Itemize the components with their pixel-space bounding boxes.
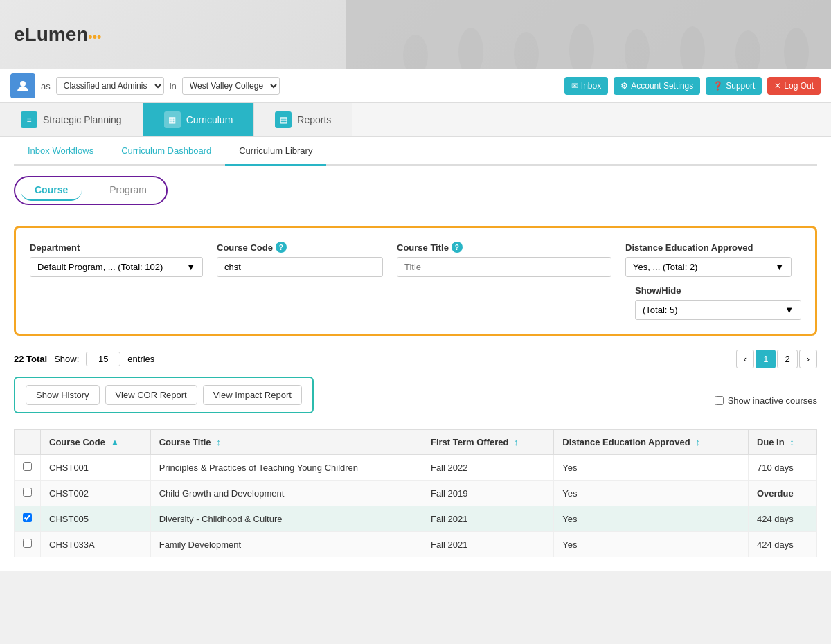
- svg-point-1: [403, 35, 428, 69]
- table-row: CHST001Principles & Practices of Teachin…: [15, 455, 817, 481]
- table-row: CHST005Diversity - Childhood & CultureFa…: [15, 506, 817, 532]
- tab-curriculum-library[interactable]: Curriculum Library: [225, 137, 326, 166]
- row-de-approved: Yes: [554, 481, 749, 506]
- inactive-courses-checkbox[interactable]: [715, 396, 724, 405]
- data-table: Course Code ▲ Course Title ↕ First Term …: [14, 429, 817, 557]
- view-cor-report-button[interactable]: View COR Report: [105, 385, 197, 405]
- show-hide-label: Show/Hide: [635, 285, 801, 296]
- row-first-term: Fall 2019: [422, 481, 553, 506]
- row-course-code: CHST001: [41, 455, 151, 481]
- view-impact-report-button[interactable]: View Impact Report: [203, 385, 302, 405]
- banner-decoration: [346, 0, 831, 69]
- svg-rect-0: [346, 0, 831, 69]
- th-de-approved[interactable]: Distance Education Approved ↕: [554, 430, 749, 455]
- de-filter: Distance Education Approved Yes, ... (To…: [625, 242, 792, 277]
- course-title-input[interactable]: [397, 257, 611, 277]
- svg-point-2: [458, 28, 483, 69]
- logo-dots: •••: [88, 30, 101, 44]
- action-bar: Show History View COR Report View Impact…: [14, 377, 314, 413]
- row-de-approved: Yes: [554, 506, 749, 532]
- account-settings-button[interactable]: ⚙ Account Settings: [614, 77, 700, 95]
- svg-point-4: [569, 24, 594, 69]
- chevron-down-icon: ▼: [186, 262, 195, 272]
- svg-point-3: [514, 32, 539, 69]
- course-code-filter: Course Code ?: [217, 242, 383, 277]
- row-checkbox[interactable]: [23, 513, 32, 522]
- row-de-approved: Yes: [554, 455, 749, 481]
- inactive-courses-label: Show inactive courses: [728, 395, 817, 406]
- inbox-button[interactable]: ✉ Inbox: [564, 77, 608, 95]
- curriculum-icon: ▦: [164, 111, 181, 128]
- row-first-term: Fall 2022: [422, 455, 553, 481]
- nav-bar: as Classified and Adminis in West Valley…: [0, 69, 831, 103]
- role-select[interactable]: Classified and Adminis: [56, 77, 164, 95]
- college-select[interactable]: West Valley College: [182, 77, 280, 95]
- page-1-button[interactable]: 1: [756, 350, 776, 368]
- department-select[interactable]: Default Program, ... (Total: 102) ▼: [30, 257, 203, 277]
- sub-tab-course[interactable]: Course: [21, 180, 82, 201]
- row-checkbox-cell: [15, 481, 41, 506]
- show-hide-select[interactable]: (Total: 5) ▼: [635, 300, 801, 320]
- th-de-approved-label: Distance Education Approved: [562, 437, 690, 447]
- sort-icon-term: ↕: [514, 437, 519, 447]
- inactive-courses-check[interactable]: Show inactive courses: [715, 395, 817, 406]
- chevron-down-icon-sh: ▼: [785, 305, 794, 315]
- logo-text: eLumen•••: [14, 24, 101, 45]
- menu-item-reports[interactable]: ▤ Reports: [254, 103, 352, 136]
- course-code-help-icon[interactable]: ?: [276, 242, 287, 253]
- logout-button[interactable]: ✕ Log Out: [767, 77, 821, 95]
- prev-page-button[interactable]: ‹: [736, 350, 754, 368]
- th-checkbox: [15, 430, 41, 455]
- menu-item-curriculum[interactable]: ▦ Curriculum: [143, 103, 255, 136]
- th-course-title-label: Course Title: [159, 437, 211, 447]
- strategic-planning-icon: ≡: [21, 111, 37, 128]
- th-course-code-label: Course Code: [49, 437, 105, 447]
- filter-row-1: Department Default Program, ... (Total: …: [30, 242, 801, 277]
- header-banner: eLumen•••: [0, 0, 831, 69]
- row-first-term: Fall 2021: [422, 506, 553, 532]
- show-history-button[interactable]: Show History: [26, 385, 100, 405]
- tab-inbox-workflows[interactable]: Inbox Workflows: [14, 137, 107, 166]
- next-page-button[interactable]: ›: [799, 350, 817, 368]
- sort-icon-due: ↕: [789, 437, 794, 447]
- filter-box: Department Default Program, ... (Total: …: [14, 226, 817, 336]
- row-checkbox[interactable]: [23, 462, 32, 471]
- row-due-in: 424 days: [748, 506, 816, 532]
- th-course-code[interactable]: Course Code ▲: [41, 430, 151, 455]
- svg-point-5: [625, 29, 650, 69]
- sub-tab-program[interactable]: Program: [96, 180, 161, 201]
- row-due-in: 424 days: [748, 532, 816, 557]
- row-due-in: 710 days: [748, 455, 816, 481]
- th-course-title[interactable]: Course Title ↕: [150, 430, 422, 455]
- menu-bar: ≡ Strategic Planning ▦ Curriculum ▤ Repo…: [0, 103, 831, 137]
- in-label: in: [170, 81, 177, 91]
- show-hide-filter: Show/Hide (Total: 5) ▼: [635, 285, 801, 320]
- row-first-term: Fall 2021: [422, 532, 553, 557]
- support-button[interactable]: ❓ Support: [706, 77, 762, 95]
- avatar: [10, 73, 35, 98]
- menu-label-curriculum: Curriculum: [186, 114, 233, 125]
- page-2-button[interactable]: 2: [777, 350, 797, 368]
- svg-point-8: [784, 28, 809, 69]
- course-code-input[interactable]: [217, 257, 383, 277]
- row-checkbox[interactable]: [23, 539, 32, 548]
- row-checkbox[interactable]: [23, 488, 32, 497]
- filter-row-2: Show/Hide (Total: 5) ▼: [30, 285, 801, 320]
- row-course-title: Child Growth and Development: [150, 481, 422, 506]
- th-first-term-label: First Term Offered: [431, 437, 508, 447]
- results-total: 22 Total: [14, 354, 47, 364]
- table-row: CHST033AFamily DevelopmentFall 2021Yes42…: [15, 532, 817, 557]
- menu-item-strategic-planning[interactable]: ≡ Strategic Planning: [0, 103, 143, 136]
- de-select[interactable]: Yes, ... (Total: 2) ▼: [625, 257, 792, 277]
- course-code-label: Course Code ?: [217, 242, 383, 253]
- de-label: Distance Education Approved: [625, 242, 792, 253]
- tab-curriculum-dashboard[interactable]: Curriculum Dashboard: [107, 137, 225, 166]
- th-due-in[interactable]: Due In ↕: [748, 430, 816, 455]
- as-label: as: [41, 81, 51, 91]
- logo: eLumen•••: [14, 24, 101, 46]
- entries-input[interactable]: [86, 352, 120, 366]
- results-bar: 22 Total Show: entries ‹ 1 2 ›: [14, 350, 817, 368]
- course-title-help-icon[interactable]: ?: [452, 242, 463, 253]
- th-first-term[interactable]: First Term Offered ↕: [422, 430, 553, 455]
- chevron-down-icon-de: ▼: [775, 262, 784, 272]
